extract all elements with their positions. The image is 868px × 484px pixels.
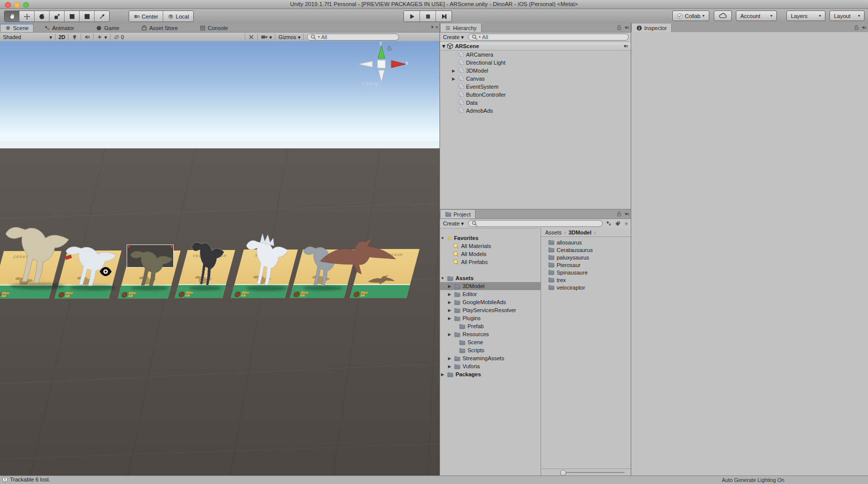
hierarchy-create-dropdown[interactable]: Create ▾ xyxy=(442,34,465,41)
pivot-toggle-button[interactable]: Center xyxy=(129,11,163,22)
space-toggle-button[interactable]: Local xyxy=(163,11,193,22)
hierarchy-item[interactable]: ▶ 3DModel xyxy=(440,67,631,75)
asset-folder-item[interactable]: allosaurus xyxy=(541,238,631,246)
project-tree-item[interactable]: ▶ Vuforia xyxy=(440,362,541,370)
rect-tool-button[interactable] xyxy=(65,11,80,22)
search-by-type-icon[interactable] xyxy=(606,220,612,226)
foldout-arrow[interactable]: ▼ xyxy=(441,43,447,49)
favorite-item[interactable]: All Models xyxy=(440,250,541,258)
scene-camera-dropdown[interactable]: ▾ xyxy=(258,34,275,40)
component-tools-button[interactable] xyxy=(245,34,258,40)
draw-mode-dropdown[interactable]: Shaded ▾ xyxy=(0,34,56,40)
project-search-input[interactable] xyxy=(468,220,603,227)
hierarchy-item[interactable]: ▶ Canvas xyxy=(440,75,631,83)
dinosaur-model-velociraptor[interactable] xyxy=(189,235,225,290)
foldout-arrow[interactable]: ▶ xyxy=(440,372,445,377)
scene-viewport[interactable]: CERATOSAURUS DinoAR T-REX DinoAR PALUXYS… xyxy=(0,41,440,476)
panel-menu-icon[interactable]: ▾≡ xyxy=(625,211,629,216)
status-message[interactable]: Trackable 6 lost. xyxy=(10,476,50,482)
foldout-arrow[interactable]: ▶ xyxy=(451,77,456,81)
hierarchy-search-input[interactable]: ▾ All xyxy=(468,34,629,41)
dock-menu-icon[interactable]: ≡ xyxy=(436,25,438,30)
foldout-arrow[interactable]: ▶ xyxy=(447,316,452,321)
hierarchy-item[interactable]: EventSystem xyxy=(440,83,631,91)
play-button[interactable] xyxy=(404,11,420,22)
breadcrumb-3dmodel[interactable]: 3DModel xyxy=(569,229,592,235)
dinosaur-model-pterosaur[interactable] xyxy=(318,234,397,283)
scene-root-row[interactable]: ▼ ARScene ▾≡ xyxy=(440,42,631,51)
asset-folder-item[interactable]: Pterosaur xyxy=(541,261,631,269)
favorite-item[interactable]: All Prefabs xyxy=(440,258,541,266)
hierarchy-item[interactable]: Data xyxy=(440,99,631,107)
hierarchy-item[interactable]: ButtonController xyxy=(440,91,631,99)
pause-button[interactable] xyxy=(420,11,436,22)
breadcrumb-assets[interactable]: Assets xyxy=(545,229,562,235)
foldout-arrow[interactable]: ▶ xyxy=(447,292,452,297)
thumbnail-size-slider[interactable] xyxy=(562,472,625,473)
project-tree-item[interactable]: ▶ Plugins xyxy=(440,314,541,322)
audio-toggle[interactable] xyxy=(81,34,94,40)
2d-toggle[interactable]: 2D xyxy=(56,34,69,40)
tab-hierarchy[interactable]: Hierarchy xyxy=(440,24,482,32)
gizmos-dropdown[interactable]: Gizmos ▾ xyxy=(275,34,304,40)
project-create-dropdown[interactable]: Create ▾ xyxy=(442,220,465,227)
asset-folder-item[interactable]: trex xyxy=(541,276,631,284)
asset-folder-item[interactable]: paluxysaurus xyxy=(541,254,631,261)
dock-dropdown-icon[interactable]: ▾ xyxy=(431,25,433,30)
hand-tool-button[interactable] xyxy=(5,11,20,22)
scene-search-input[interactable]: ▾ All xyxy=(307,34,399,41)
dinosaur-model-paluxysaurus[interactable] xyxy=(127,246,174,290)
assets-root[interactable]: ▼ Assets xyxy=(440,274,541,282)
tab-game[interactable]: Game xyxy=(92,24,124,32)
search-by-label-icon[interactable] xyxy=(615,220,621,226)
project-tree-item[interactable]: Prefab xyxy=(440,322,541,330)
scene-visibility-toggle[interactable]: 0 xyxy=(111,34,127,40)
foldout-arrow[interactable]: ▼ xyxy=(440,236,445,240)
layout-dropdown[interactable]: Layout ▾ xyxy=(829,11,864,21)
foldout-arrow[interactable]: ▼ xyxy=(440,276,445,281)
project-tree-item[interactable]: ▶ GoogleMobileAds xyxy=(440,298,541,306)
project-tree-item[interactable]: Scene xyxy=(440,338,541,346)
project-tree-item-3dmodel[interactable]: ▶ 3DModel xyxy=(440,282,541,290)
move-tool-button[interactable] xyxy=(20,11,35,22)
tab-inspector[interactable]: Inspector xyxy=(631,24,672,32)
dinosaur-model-spinosaure[interactable] xyxy=(243,233,289,290)
foldout-arrow[interactable]: ▶ xyxy=(447,284,452,289)
foldout-arrow[interactable]: ▶ xyxy=(447,332,452,337)
dinosaur-model-trex[interactable] xyxy=(62,240,118,290)
foldout-arrow[interactable]: ▶ xyxy=(451,69,456,73)
panel-menu-icon[interactable]: ▾≡ xyxy=(625,25,629,30)
lighting-toggle[interactable] xyxy=(69,34,81,40)
favorite-star-icon[interactable]: ★ xyxy=(624,220,629,227)
packages-root[interactable]: ▶ Packages xyxy=(440,370,541,378)
step-button[interactable] xyxy=(436,11,452,22)
hierarchy-item[interactable]: ARCamera xyxy=(440,51,631,59)
asset-folder-item[interactable]: velociraptor xyxy=(541,284,631,291)
persp-toggle[interactable]: < Persp xyxy=(361,81,379,87)
status-bar[interactable]: Trackable 6 lost. Auto Generate Lighting… xyxy=(0,475,868,484)
project-tree-item[interactable]: ▶ PlayServicesResolver xyxy=(440,306,541,314)
hierarchy-item[interactable]: AdmobAds xyxy=(440,107,631,115)
lock-icon[interactable] xyxy=(616,25,622,31)
dinosaur-model-ceratosaurus[interactable] xyxy=(1,218,71,289)
lock-icon[interactable] xyxy=(853,25,859,31)
favorites-root[interactable]: ▼ ★ Favorites xyxy=(440,234,541,242)
asset-folder-item[interactable]: Ceratausaurus xyxy=(541,246,631,254)
cloud-services-button[interactable] xyxy=(714,11,732,21)
layers-dropdown[interactable]: Layers ▾ xyxy=(786,11,825,21)
scale-tool-button[interactable] xyxy=(50,11,65,22)
foldout-arrow[interactable]: ▶ xyxy=(447,308,452,313)
gizmo-lock-icon[interactable] xyxy=(386,45,392,51)
transform-tool-button[interactable] xyxy=(80,11,95,22)
lock-icon[interactable] xyxy=(616,211,622,217)
panel-menu-icon[interactable]: ▾≡ xyxy=(862,25,866,30)
favorite-item[interactable]: All Materials xyxy=(440,242,541,250)
tab-scene[interactable]: Scene xyxy=(0,24,34,32)
foldout-arrow[interactable]: ▶ xyxy=(447,364,452,369)
tab-asset-store[interactable]: Asset Store xyxy=(137,24,182,32)
hierarchy-item[interactable]: Directional Light xyxy=(440,59,631,67)
scene-row-menu-icon[interactable]: ▾≡ xyxy=(624,44,628,49)
tab-project[interactable]: Project xyxy=(440,210,476,218)
project-tree-item[interactable]: ▶ Resources xyxy=(440,330,541,338)
tab-console[interactable]: Console xyxy=(195,24,232,32)
